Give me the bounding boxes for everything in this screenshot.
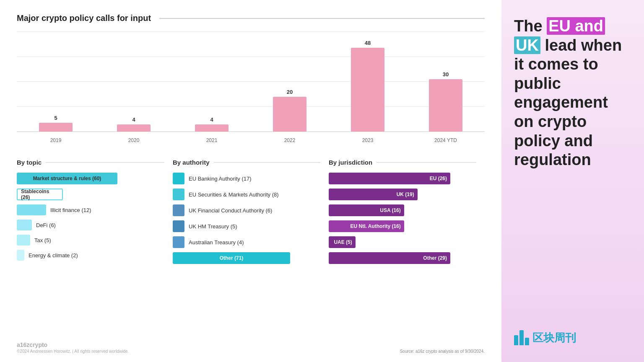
jurisdiction-item: EU (26) — [329, 173, 476, 184]
topic-label: Energy & climate (2) — [29, 252, 78, 259]
brand-icon — [514, 330, 529, 345]
topic-label: DeFi (6) — [36, 222, 56, 228]
authority-item: UK Financial Conduct Authority (6) — [173, 204, 320, 216]
authority-label: UK HM Treasury (5) — [189, 223, 237, 230]
brand-bar-3 — [525, 338, 529, 345]
brand-text: 区块周刊 — [532, 331, 576, 345]
authority-icon — [173, 204, 184, 216]
authority-item: EU Securities & Markets Authority (8) — [173, 189, 320, 200]
main-content: Major crypto policy calls for input 5201… — [0, 0, 501, 362]
topic-item: Stablecoins (26) — [17, 189, 164, 200]
bar-label: 2021 — [206, 137, 218, 143]
topic-item: DeFi (6) — [17, 220, 164, 230]
right-heading: The EU and UK lead when it comes to publ… — [514, 17, 631, 170]
bar-group: 482023 — [329, 31, 407, 132]
right-bottom: 区块周刊 — [514, 330, 631, 345]
chart-inner: 520194202042021202022482023302024 YTD — [17, 31, 485, 132]
brand-bar-2 — [519, 330, 524, 345]
jurisdiction-item: Other (29) — [329, 252, 476, 264]
bar-chart: 520194202042021202022482023302024 YTD — [17, 31, 485, 149]
authority-item: UK HM Treasury (5) — [173, 220, 320, 232]
bar-value: 30 — [443, 71, 449, 78]
authority-icon — [173, 236, 184, 248]
bar-rect — [195, 124, 229, 132]
right-panel: The EU and UK lead when it comes to publ… — [501, 0, 644, 362]
juris-bar: UAE (5) — [329, 236, 356, 248]
authority-label: EU Banking Authority (17) — [189, 176, 252, 182]
bar-rect — [273, 97, 306, 132]
topic-color-box — [17, 235, 30, 246]
by-topic-section: By topic Market structure & rules (60)St… — [17, 159, 173, 338]
sections-row: By topic Market structure & rules (60)St… — [17, 159, 485, 338]
jurisdiction-item: UK (19) — [329, 189, 476, 200]
topic-bar: Stablecoins (26) — [17, 189, 63, 200]
bar-value: 48 — [365, 40, 371, 46]
authority-icon — [173, 173, 184, 184]
juris-bar: EU Ntl. Authority (16) — [329, 220, 404, 232]
highlight-eu: EU and — [547, 17, 605, 35]
page-title: Major crypto policy calls for input — [17, 13, 485, 23]
authority-icon — [173, 189, 184, 200]
by-authority-title: By authority — [173, 159, 320, 166]
jurisdiction-items: EU (26)UK (19)USA (16)EU Ntl. Authority … — [329, 173, 476, 264]
bar-rect — [117, 124, 151, 132]
brand-bar-1 — [514, 335, 518, 345]
bar-group: 42021 — [173, 31, 251, 132]
bar-value: 4 — [132, 116, 135, 123]
authority-item: EU Banking Authority (17) — [173, 173, 320, 184]
bar-rect — [351, 48, 384, 132]
juris-bar: Other (29) — [329, 252, 450, 264]
bar-group: 302024 YTD — [407, 31, 485, 132]
authority-label: Australian Treasury (4) — [189, 239, 244, 246]
by-topic-title: By topic — [17, 159, 164, 166]
heading-text-the: The — [514, 17, 547, 35]
footer-copyright: ©2024 Andreessen Horowitz. | All rights … — [17, 349, 129, 354]
topic-color-box — [17, 204, 46, 215]
authority-label: EU Securities & Markets Authority (8) — [189, 191, 279, 198]
bar-label: 2019 — [50, 137, 62, 143]
authority-full-bar: Other (71) — [173, 252, 290, 264]
authority-item: Australian Treasury (4) — [173, 236, 320, 248]
bar-value: 5 — [54, 115, 57, 121]
by-jurisdiction-section: By jurisdiction EU (26)UK (19)USA (16)EU… — [329, 159, 485, 338]
bar-rect — [39, 123, 73, 132]
topic-items: Market structure & rules (60)Stablecoins… — [17, 173, 164, 261]
jurisdiction-item: UAE (5) — [329, 236, 476, 248]
footer-source: Source: a16z crypto analysis as of 9/30/… — [400, 349, 485, 354]
topic-item: Energy & climate (2) — [17, 250, 164, 261]
topic-item: Tax (5) — [17, 235, 164, 246]
bar-label: 2024 YTD — [434, 137, 457, 143]
jurisdiction-item: EU Ntl. Authority (16) — [329, 220, 476, 232]
authority-icon — [173, 220, 184, 232]
by-jurisdiction-title: By jurisdiction — [329, 159, 476, 166]
highlight-uk: UK — [514, 36, 540, 54]
bars-container: 520194202042021202022482023302024 YTD — [17, 31, 485, 132]
authority-label: UK Financial Conduct Authority (6) — [189, 207, 272, 214]
bar-group: 202022 — [251, 31, 329, 132]
heading-text-rest: lead when it comes to public engagement … — [514, 36, 622, 169]
footer-left: a16zcrypto ©2024 Andreessen Horowitz. | … — [17, 341, 129, 354]
topic-bar: Market structure & rules (60) — [17, 173, 117, 184]
topic-color-box — [17, 220, 32, 230]
topic-color-box — [17, 250, 24, 261]
bar-label: 2023 — [362, 137, 374, 143]
bar-group: 52019 — [17, 31, 95, 132]
bar-rect — [429, 79, 462, 132]
bar-group: 42020 — [95, 31, 173, 132]
topic-label: Tax (5) — [34, 237, 51, 243]
footer-logo: a16zcrypto — [17, 341, 129, 348]
by-authority-section: By authority EU Banking Authority (17)EU… — [173, 159, 329, 338]
bar-label: 2020 — [128, 137, 140, 143]
topic-item: Market structure & rules (60) — [17, 173, 164, 184]
bar-value: 20 — [287, 89, 293, 95]
jurisdiction-item: USA (16) — [329, 204, 476, 216]
topic-label: Illicit finance (12) — [50, 207, 91, 213]
topic-item: Illicit finance (12) — [17, 204, 164, 215]
authority-item: Other (71) — [173, 252, 320, 264]
juris-bar: USA (16) — [329, 204, 404, 216]
footer: a16zcrypto ©2024 Andreessen Horowitz. | … — [17, 341, 485, 354]
bar-label: 2022 — [284, 137, 296, 143]
bar-value: 4 — [210, 116, 213, 123]
juris-bar: EU (26) — [329, 173, 450, 184]
authority-items: EU Banking Authority (17)EU Securities &… — [173, 173, 320, 264]
